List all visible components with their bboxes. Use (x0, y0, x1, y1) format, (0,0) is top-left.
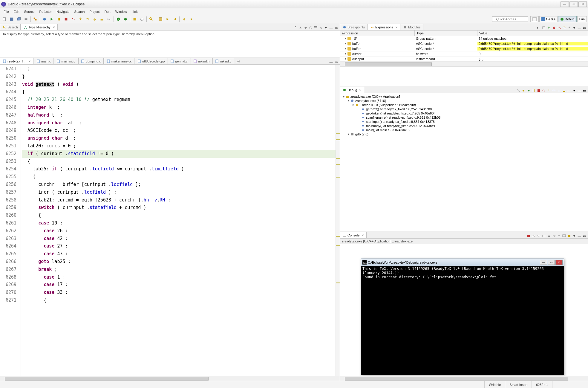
remove-all-icon[interactable] (557, 25, 561, 30)
console-display-icon[interactable] (562, 233, 566, 238)
new-button[interactable] (1, 16, 8, 22)
build-button[interactable] (32, 16, 39, 22)
expression-row[interactable]: bufferASCIIcode *0xbf5470 "\rmytest.tex … (340, 46, 588, 51)
step-over-button[interactable] (84, 16, 91, 22)
terminal-output[interactable]: This is TeX, Version 3.14159265 (ReadyTe… (361, 266, 564, 375)
console-clear-icon[interactable] (541, 233, 546, 238)
console-remove-icon[interactable] (531, 233, 536, 238)
editor-tab-maininit-c[interactable]: maininit.c (54, 58, 78, 64)
close-button[interactable]: ✕ (578, 1, 587, 7)
drop-to-frame-button[interactable] (99, 16, 105, 22)
maximize-view-icon[interactable]: ▭ (582, 233, 587, 238)
close-icon[interactable]: ✕ (53, 26, 55, 29)
tab-debug[interactable]: Debug✕ (340, 87, 364, 93)
disconnect-button[interactable] (70, 16, 76, 22)
hierarchy-icon[interactable] (293, 25, 298, 30)
debug-node[interactable]: getnext() at readytex_fixed.c:6,252 0x40… (341, 107, 587, 111)
debug-step-return-icon[interactable] (557, 88, 561, 93)
step-return-button[interactable] (91, 16, 98, 22)
col-expression[interactable]: Expression (340, 30, 415, 36)
menu-run[interactable]: Run (102, 9, 113, 14)
quick-access-input[interactable] (492, 16, 528, 22)
menu-source[interactable]: Source (22, 9, 37, 14)
new-class-button[interactable] (131, 16, 138, 22)
editor-tab-dumping-c[interactable]: dumping.c (78, 58, 104, 64)
console-open-icon[interactable] (567, 233, 572, 238)
debug-connect-icon[interactable] (521, 88, 526, 93)
tab-search[interactable]: Search (0, 24, 21, 30)
console-hscroll[interactable] (340, 376, 588, 381)
close-icon[interactable]: ✕ (359, 88, 362, 92)
editor-hscroll[interactable] (0, 376, 340, 381)
save-button[interactable] (8, 16, 15, 22)
prev-annotation-button[interactable] (172, 16, 178, 22)
minimize-view-icon[interactable]: — (577, 233, 582, 238)
refresh-icon[interactable] (562, 25, 566, 30)
debug-node[interactable]: startinput() at readytex_fixed.c:9,857 0… (341, 120, 587, 124)
perspective-debug[interactable]: Debug (558, 16, 576, 22)
forward-button[interactable] (188, 16, 195, 22)
resume-button[interactable] (48, 16, 55, 22)
expr-hscroll[interactable] (340, 62, 588, 66)
perspective-c-cpp[interactable]: C/C++ (539, 16, 558, 22)
history-icon[interactable] (308, 25, 313, 30)
menu-search[interactable]: Search (72, 9, 87, 14)
debug-step-over-icon[interactable] (552, 88, 556, 93)
maximize-view-icon[interactable]: ▭ (582, 88, 587, 93)
expression-row[interactable]: curinputinstaterecord{...} (340, 56, 588, 62)
close-icon[interactable]: ✕ (28, 60, 31, 63)
editor-tab-utf8decode-cpp[interactable]: utf8decode.cpp (135, 58, 167, 64)
maximize-view-icon[interactable]: ▭ (334, 25, 339, 30)
tab-type-hierarchy[interactable]: Type Hierarchy✕ (21, 24, 58, 30)
col-value[interactable]: Value (477, 30, 588, 36)
save-all-button[interactable] (16, 16, 22, 22)
debug-button[interactable] (122, 16, 129, 22)
instruction-stepping-button[interactable]: i→ (106, 16, 112, 22)
debug-disconnect-icon[interactable] (541, 88, 546, 93)
view-menu-icon[interactable]: ▾ (572, 88, 577, 93)
view-menu-icon[interactable]: ▾ (324, 25, 328, 30)
terminate-button[interactable] (63, 16, 69, 22)
tab-console[interactable]: Console✕ (340, 232, 367, 238)
col-type[interactable]: Type (415, 30, 477, 36)
print-button[interactable] (23, 16, 29, 22)
debug-suspend-icon[interactable] (531, 88, 536, 93)
console-word-wrap-icon[interactable] (552, 233, 556, 238)
open-perspective-button[interactable] (530, 16, 539, 22)
subtype-icon[interactable] (303, 25, 308, 30)
menu-edit[interactable]: Edit (11, 9, 22, 14)
cancel-icon[interactable] (318, 25, 323, 30)
minimize-editor-icon[interactable]: — (329, 59, 333, 64)
menu-file[interactable]: File (1, 9, 11, 14)
tab-expressions[interactable]: x=Expressions✕ (368, 24, 400, 30)
step-into-button[interactable] (77, 16, 84, 22)
show-type-names-icon[interactable]: t (536, 25, 541, 30)
perspective-lua[interactable]: Lua (577, 16, 587, 22)
minimize-view-icon[interactable]: — (577, 88, 582, 93)
back-button[interactable] (181, 16, 187, 22)
menu-window[interactable]: Window (113, 9, 129, 14)
menu-project[interactable]: Project (87, 9, 102, 14)
maximize-editor-icon[interactable]: ▭ (334, 59, 339, 64)
expression-row[interactable]: =$*Group-pattern64 unique matches (340, 36, 588, 41)
collapse-all-icon[interactable] (541, 25, 546, 30)
debug-node[interactable]: main() at main.c:33 0x43da18 (341, 128, 587, 132)
console-pin-icon[interactable] (557, 233, 561, 238)
skip-breakpoints-button[interactable] (41, 16, 48, 22)
overview-ruler[interactable] (336, 65, 340, 376)
menu-navigate[interactable]: Navigate (54, 9, 72, 14)
editor-tab-main-c[interactable]: main.c (34, 58, 53, 64)
terminal-window[interactable]: C:\ C:\EclipseWork\zreadytex\Debug\zread… (361, 259, 564, 375)
suspend-button[interactable] (56, 16, 62, 22)
terminal-minimize-button[interactable]: — (540, 260, 547, 265)
remove-icon[interactable] (552, 25, 556, 30)
maximize-button[interactable]: ▭ (569, 1, 578, 7)
editor-tab-genind-c[interactable]: genind.c (168, 58, 190, 64)
menu-refactor[interactable]: Refactor (37, 9, 54, 14)
view-menu-icon[interactable]: ▾ (572, 233, 577, 238)
tab-breakpoints[interactable]: Breakpoints (340, 24, 368, 30)
layout-icon[interactable] (313, 25, 318, 30)
menu-help[interactable]: Help (129, 9, 141, 14)
editor-overflow[interactable]: »4 (234, 58, 241, 64)
pin-icon[interactable] (567, 25, 572, 30)
